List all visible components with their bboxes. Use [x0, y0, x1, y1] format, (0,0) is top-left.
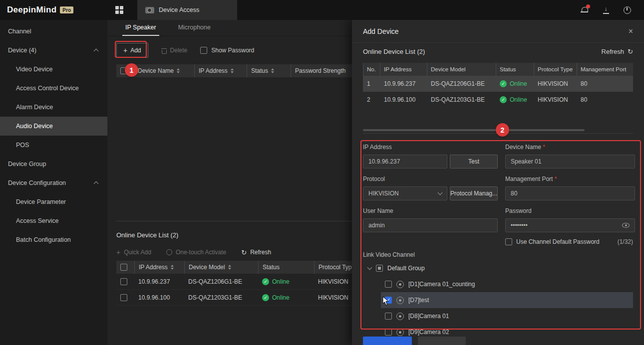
sidebar-item-pos[interactable]: POS	[0, 136, 107, 155]
download-icon[interactable]	[603, 6, 610, 14]
channel-checkbox[interactable]	[385, 313, 392, 320]
col-status[interactable]: Status	[247, 64, 291, 77]
refresh-icon: ↻	[628, 48, 633, 55]
select-all-checkbox[interactable]	[120, 67, 127, 74]
user-name-field-group: User Name admin	[363, 207, 498, 232]
tab-device-access[interactable]: Device Access	[137, 0, 237, 20]
management-port-input[interactable]: 80	[505, 186, 635, 200]
sidebar-item-access-service[interactable]: Access Service	[0, 211, 107, 230]
refresh-button[interactable]: ↻ Refresh	[241, 249, 271, 256]
secondary-button[interactable]	[418, 337, 466, 345]
tree-group-label: Default Group	[387, 265, 425, 272]
one-touch-activate-button[interactable]: One-touch Activate	[166, 249, 226, 256]
online-device-row[interactable]: 2 10.9.96.100 DS-QAZ1203G1-BE ✓Online HI…	[363, 92, 633, 108]
plus-icon: +	[116, 249, 120, 256]
confirm-add-button[interactable]	[363, 337, 412, 345]
sidebar-item-label: Device Parameter	[16, 198, 66, 205]
online-device-row[interactable]: 1 10.9.96.237 DS-QAZ1206G1-BE ✓Online HI…	[363, 76, 633, 92]
sidebar-item-audio-device[interactable]: Audio Device	[0, 117, 107, 136]
top-bar: DeepinMind Pro Device Access	[0, 0, 644, 20]
col-management-port: Management Port	[577, 63, 633, 76]
sidebar-item-video-device[interactable]: Video Device	[0, 60, 107, 79]
sort-icon[interactable]	[271, 68, 274, 73]
group-checkbox-indeterminate[interactable]	[376, 265, 383, 272]
row-checkbox[interactable]	[120, 278, 127, 285]
cell-model: DS-QAZ1203G1-BE	[427, 96, 496, 103]
sidebar-item-channel[interactable]: Channel	[0, 22, 107, 41]
select-all-checkbox[interactable]	[120, 264, 127, 271]
col-status[interactable]: Status	[258, 261, 314, 274]
sidebar-item-device-parameter[interactable]: Device Parameter	[0, 192, 107, 211]
cell-protocol: HIKVISION	[534, 80, 577, 87]
sort-icon[interactable]	[231, 68, 234, 73]
tree-item-d8[interactable]: [D8]Camera 01	[381, 308, 633, 324]
use-default-password-checkbox[interactable]	[505, 238, 512, 245]
password-input[interactable]: ••••••••	[505, 218, 635, 232]
sidebar-item-device[interactable]: Device (4)	[0, 41, 107, 60]
use-default-password-toggle[interactable]: Use Channel Default Password	[505, 238, 600, 245]
tab-microphone[interactable]: Microphone	[167, 20, 222, 36]
cell-model: DS-QAZ1203G1-BE	[184, 294, 258, 301]
channel-checkbox[interactable]	[385, 281, 392, 288]
cell-port: 80	[577, 80, 633, 87]
protocol-select[interactable]: HIKVISION	[363, 186, 447, 200]
horizontal-scrollbar[interactable]	[363, 129, 585, 131]
tab-ip-speaker[interactable]: IP Speaker	[114, 20, 167, 36]
col-device-name[interactable]: Device Name	[133, 64, 194, 77]
show-password-checkbox[interactable]	[200, 47, 207, 54]
protocol-management-button[interactable]: Protocol Manag...	[450, 186, 498, 200]
sort-icon[interactable]	[177, 68, 180, 73]
chevron-down-icon[interactable]	[367, 265, 372, 270]
tree-item-d1[interactable]: [D1]Camera 01_counting	[381, 276, 633, 292]
apps-grid-icon[interactable]	[115, 6, 123, 14]
ip-address-input[interactable]: 10.9.96.237	[363, 155, 447, 169]
sidebar-item-device-group[interactable]: Device Group	[0, 155, 107, 173]
tree-item-d7[interactable]: [D7]test	[381, 292, 633, 308]
user-name-label: User Name	[363, 207, 498, 215]
channel-checkbox[interactable]	[385, 329, 392, 336]
delete-button[interactable]: Delete	[161, 47, 188, 54]
online-device-row[interactable]: 10.9.96.100 DS-QAZ1203G1-BE ✓Online HIKV…	[116, 290, 352, 306]
close-icon[interactable]: ×	[629, 27, 633, 36]
dialog-title: Add Device	[363, 27, 399, 35]
sort-icon[interactable]	[171, 265, 174, 270]
cell-model: DS-QAZ1206G1-BE	[427, 80, 496, 87]
row-checkbox-cell	[116, 278, 134, 285]
quick-add-button[interactable]: + Quick Add	[116, 249, 151, 256]
col-device-model[interactable]: Device Model	[184, 261, 258, 274]
sidebar-item-label: Device Group	[8, 161, 46, 168]
notifications-bell-icon[interactable]	[581, 6, 589, 13]
sidebar: Channel Device (4) Video Device Access C…	[0, 20, 107, 345]
test-button[interactable]: Test	[450, 155, 498, 169]
refresh-label: Refresh	[602, 48, 625, 55]
topbar-actions	[581, 6, 644, 14]
device-name-input[interactable]: Speaker 01	[505, 155, 635, 169]
show-password-eye-icon[interactable]	[622, 223, 630, 228]
online-status-icon: ✓	[262, 278, 269, 285]
link-video-channel-label: Link Video Channel	[363, 251, 633, 258]
tree-group-default[interactable]: Default Group	[363, 260, 633, 276]
col-ip-address[interactable]: IP Address	[134, 261, 184, 274]
online-device-row[interactable]: 10.9.96.237 DS-QAZ1206G1-BE ✓Online HIKV…	[116, 274, 352, 290]
sidebar-item-label: Device Configuration	[8, 179, 66, 186]
dialog-header: Add Device ×	[352, 20, 644, 43]
sidebar-item-access-control-device[interactable]: Access Control Device	[0, 79, 107, 98]
sidebar-item-batch-configuration[interactable]: Batch Configuration	[0, 230, 107, 249]
col-ip-address[interactable]: IP Address	[194, 64, 247, 77]
sort-icon[interactable]	[228, 265, 231, 270]
power-icon[interactable]	[624, 6, 631, 14]
refresh-button[interactable]: Refresh ↻	[602, 48, 633, 55]
sidebar-item-label: Alarm Device	[16, 104, 53, 111]
sidebar-item-label: Access Control Device	[16, 85, 79, 92]
sidebar-item-alarm-device[interactable]: Alarm Device	[0, 98, 107, 117]
col-password-strength[interactable]: Password Strength	[291, 64, 352, 77]
sidebar-item-device-configuration[interactable]: Device Configuration	[0, 173, 107, 192]
show-password-toggle[interactable]: Show Password	[200, 47, 254, 54]
add-button[interactable]: + Add	[116, 43, 148, 58]
row-checkbox[interactable]	[120, 294, 127, 301]
cell-protocol: HIKVISION	[314, 278, 352, 285]
ip-address-label: IP Address	[363, 144, 498, 152]
col-protocol-type[interactable]: Protocol Type	[314, 261, 352, 274]
user-name-input[interactable]: admin	[363, 218, 498, 232]
tab-device-access-label: Device Access	[159, 6, 199, 13]
